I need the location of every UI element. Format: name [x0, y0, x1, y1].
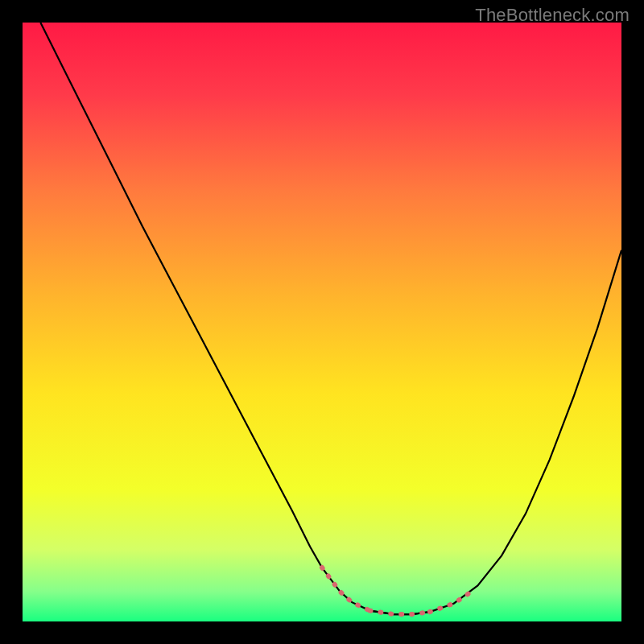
- gradient-background: [23, 23, 621, 621]
- chart-container: TheBottleneck.com: [0, 0, 644, 644]
- chart-svg: [23, 23, 621, 621]
- plot-area: [23, 23, 621, 621]
- watermark: TheBottleneck.com: [475, 5, 630, 26]
